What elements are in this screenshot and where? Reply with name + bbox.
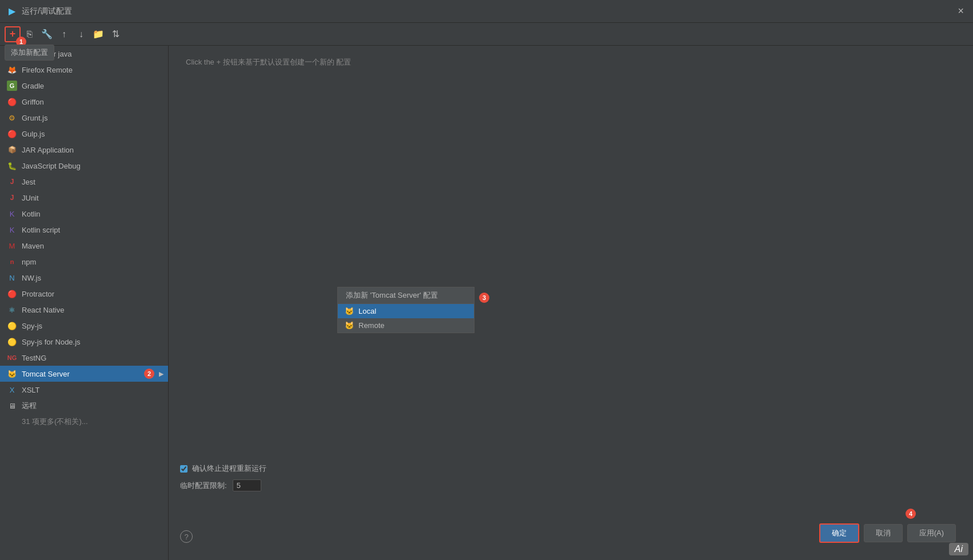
confirm-terminate-label: 确认终止进程重新运行 — [192, 463, 266, 474]
submenu-arrow-icon: ▶ — [159, 370, 164, 378]
run-debug-dialog: ▶ 运行/调试配置 × + 1 ⎘ 🔧 ↑ ↓ 📁 ⇅ 添加新配置 🥒 Cucu… — [0, 0, 973, 560]
npm-icon: n — [7, 257, 17, 267]
sidebar-item-npm[interactable]: n npm — [0, 254, 168, 270]
main-content: 🥒 Cucumber java 🦊 Firefox Remote G Gradl… — [0, 46, 973, 560]
sidebar-item-kotlin[interactable]: K Kotlin — [0, 206, 168, 222]
sidebar-item-gradle[interactable]: G Gradle — [0, 78, 168, 94]
sidebar-item-protractor[interactable]: 🔴 Protractor — [0, 286, 168, 302]
remote-icon: 🖥 — [7, 401, 17, 411]
javascript-debug-icon: 🐛 — [7, 161, 17, 171]
sidebar-item-label: Firefox Remote — [22, 66, 164, 74]
sidebar-item-label: npm — [22, 258, 164, 266]
spy-js-node-icon: 🟡 — [7, 337, 17, 347]
sidebar-item-junit[interactable]: J JUnit — [0, 190, 168, 206]
spy-js-icon: 🟡 — [7, 321, 17, 331]
sidebar-item-jar-application[interactable]: 📦 JAR Application — [0, 142, 168, 158]
jest-icon: J — [7, 177, 17, 187]
sort-button[interactable]: ⇅ — [107, 26, 123, 42]
sidebar-item-testng[interactable]: NG TestNG — [0, 350, 168, 366]
nw-icon: N — [7, 273, 17, 283]
confirm-terminate-checkbox[interactable] — [180, 465, 188, 473]
sidebar-item-label: Kotlin — [22, 210, 164, 218]
sidebar-item-label: React Native — [22, 306, 164, 314]
sidebar-item-label: 远程 — [22, 401, 164, 411]
submenu-item-remote[interactable]: 🐱 Remote — [338, 318, 474, 333]
sidebar-item-label: XSLT — [22, 386, 164, 394]
footer-buttons: 确定 取消 应用(A) — [819, 523, 956, 543]
sidebar-item-more[interactable]: 31 项更多(不相关)... — [0, 414, 168, 430]
ai-badge[interactable]: Ai — [949, 543, 968, 555]
sidebar-item-label: Protractor — [22, 290, 164, 298]
temp-limit-input[interactable] — [233, 479, 261, 491]
sidebar-item-label: Spy-js for Node.js — [22, 338, 164, 346]
xslt-icon: X — [7, 385, 17, 395]
jar-icon: 📦 — [7, 145, 17, 155]
wrench-button[interactable]: 🔧 — [39, 26, 55, 42]
checkbox-row: 确认终止进程重新运行 — [180, 463, 962, 474]
title-bar: ▶ 运行/调试配置 × — [0, 0, 973, 23]
add-tooltip: 添加新配置 — [5, 45, 54, 61]
firefox-remote-icon: 🦊 — [7, 65, 17, 75]
sidebar-item-jest[interactable]: J Jest — [0, 174, 168, 190]
kotlin-icon: K — [7, 209, 17, 219]
sidebar-item-label: Maven — [22, 242, 164, 250]
submenu-item-remote-label: Remote — [358, 321, 385, 330]
sidebar-item-firefox-remote[interactable]: 🦊 Firefox Remote — [0, 62, 168, 78]
sidebar-item-grunt-js[interactable]: ⚙ Grunt.js — [0, 110, 168, 126]
sidebar-item-xslt[interactable]: X XSLT — [0, 382, 168, 398]
sidebar-item-label: TestNG — [22, 354, 164, 362]
kotlin-script-icon: K — [7, 225, 17, 235]
help-button[interactable]: ? — [180, 530, 193, 543]
cancel-button[interactable]: 取消 — [864, 524, 903, 542]
sidebar-item-gulp-js[interactable]: 🔴 Gulp.js — [0, 126, 168, 142]
step4-badge: 4 — [906, 509, 916, 519]
temp-limit-row: 临时配置限制: — [180, 479, 962, 491]
more-icon — [7, 417, 17, 427]
tomcat-remote-icon: 🐱 — [345, 321, 354, 330]
step2-badge: 2 — [144, 369, 154, 379]
apply-button[interactable]: 应用(A) — [907, 524, 956, 542]
tomcat-submenu: 添加新 'Tomcat Server' 配置 🐱 Local 🐱 Remote … — [337, 287, 474, 333]
sidebar-item-kotlin-script[interactable]: K Kotlin script — [0, 222, 168, 238]
sidebar-item-remote[interactable]: 🖥 远程 — [0, 398, 168, 414]
sidebar-item-label: 31 项更多(不相关)... — [22, 417, 164, 427]
sidebar-item-label: JUnit — [22, 194, 164, 202]
submenu-item-local[interactable]: 🐱 Local — [338, 304, 474, 318]
confirm-button[interactable]: 确定 — [819, 523, 859, 543]
title-icon: ▶ — [7, 6, 17, 17]
title-text: 运行/调试配置 — [22, 6, 72, 17]
sidebar-item-react-native[interactable]: ⚛ React Native — [0, 302, 168, 318]
tomcat-server-icon: 🐱 — [7, 369, 17, 379]
sidebar-item-label: Kotlin script — [22, 226, 164, 234]
sidebar-item-label: NW.js — [22, 274, 164, 282]
submenu-header: 添加新 'Tomcat Server' 配置 — [337, 287, 474, 303]
sidebar-item-nw-js[interactable]: N NW.js — [0, 270, 168, 286]
gulp-icon: 🔴 — [7, 129, 17, 139]
sidebar: 🥒 Cucumber java 🦊 Firefox Remote G Gradl… — [0, 46, 169, 560]
tomcat-local-icon: 🐱 — [345, 307, 354, 315]
sidebar-item-label: JavaScript Debug — [22, 162, 164, 170]
sidebar-item-label: Grunt.js — [22, 114, 164, 122]
temp-limit-label: 临时配置限制: — [180, 481, 227, 491]
empty-hint: Click the + 按钮来基于默认设置创建一个新的 配置 — [169, 46, 973, 79]
right-panel: Click the + 按钮来基于默认设置创建一个新的 配置 添加新 'Tomc… — [169, 46, 973, 560]
submenu-item-local-label: Local — [358, 307, 376, 315]
sidebar-item-tomcat-server[interactable]: 🐱 Tomcat Server 2 ▶ — [0, 366, 168, 382]
maven-icon: M — [7, 241, 17, 251]
sidebar-item-tomcat-label: Tomcat Server — [22, 370, 137, 378]
move-down-button[interactable]: ↓ — [73, 26, 89, 42]
sidebar-item-label: Gradle — [22, 82, 164, 90]
sidebar-item-maven[interactable]: M Maven — [0, 238, 168, 254]
folder-button[interactable]: 📁 — [90, 26, 106, 42]
sidebar-item-spy-js-node[interactable]: 🟡 Spy-js for Node.js — [0, 334, 168, 350]
move-up-button[interactable]: ↑ — [56, 26, 72, 42]
react-native-icon: ⚛ — [7, 305, 17, 315]
submenu-list: 🐱 Local 🐱 Remote — [337, 303, 474, 333]
close-button[interactable]: × — [955, 5, 966, 17]
grunt-icon: ⚙ — [7, 113, 17, 123]
testng-icon: NG — [7, 353, 17, 363]
toolbar: + 1 ⎘ 🔧 ↑ ↓ 📁 ⇅ 添加新配置 — [0, 23, 973, 46]
sidebar-item-javascript-debug[interactable]: 🐛 JavaScript Debug — [0, 158, 168, 174]
sidebar-item-spy-js[interactable]: 🟡 Spy-js — [0, 318, 168, 334]
sidebar-item-griffon[interactable]: 🔴 Griffon — [0, 94, 168, 110]
